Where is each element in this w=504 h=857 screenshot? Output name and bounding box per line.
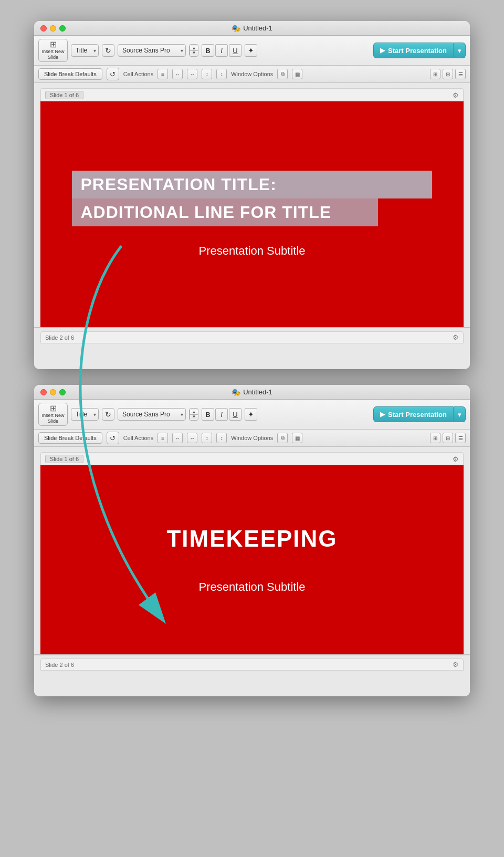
presentation-window-2: 🎭 Untitled-1 ⊞ Insert NewSlide Title ↻ bbox=[34, 385, 470, 696]
cell-action-3-2[interactable]: ↔ bbox=[187, 433, 197, 443]
app-icon-1: 🎭 bbox=[232, 24, 240, 33]
window-option-1[interactable]: ⧉ bbox=[277, 69, 288, 79]
presentation-window-1: 🎭 Untitled-1 ⊞ Insert NewSlide Title bbox=[34, 21, 470, 369]
start-presentation-button-2[interactable]: ▶ Start Presentation bbox=[373, 406, 454, 422]
minimize-button[interactable] bbox=[50, 25, 56, 32]
refresh-icon-btn-2[interactable]: ↻ bbox=[102, 408, 114, 421]
start-presentation-group-2: ▶ Start Presentation ▾ bbox=[373, 406, 466, 422]
partial-slide-2-number: Slide 2 of 6 bbox=[45, 335, 74, 341]
insert-new-slide-label-2: Insert NewSlide bbox=[41, 413, 64, 424]
italic-button-2[interactable]: I bbox=[215, 408, 228, 421]
font-size-stepper-2: ▲ ▼ bbox=[189, 408, 198, 421]
slide-1-settings-icon[interactable]: ⚙ bbox=[453, 91, 459, 99]
font-size-down[interactable]: ▼ bbox=[190, 51, 198, 55]
format-buttons: B I U bbox=[202, 44, 242, 57]
layout-dropdown-wrapper: Title bbox=[71, 44, 99, 57]
window-2-container: 🎭 Untitled-1 ⊞ Insert NewSlide Title ↻ bbox=[34, 385, 470, 696]
title-bar-2: 🎭 Untitled-1 bbox=[34, 385, 470, 400]
font-dropdown-wrapper-2: Source Sans Pro bbox=[118, 408, 186, 421]
slide-1-title-line1: PRESENTATION TITLE: bbox=[72, 171, 432, 198]
bold-button-2[interactable]: B bbox=[202, 408, 214, 421]
refresh-icon-btn[interactable]: ↻ bbox=[102, 44, 114, 57]
grid-icon-btn-2[interactable]: ⊟ bbox=[443, 433, 453, 443]
partial-slide-3-settings-icon[interactable]: ⚙ bbox=[453, 661, 459, 668]
partial-slide-3-number: Slide 2 of 6 bbox=[45, 662, 74, 668]
close-button-2[interactable] bbox=[40, 389, 47, 395]
clear-formatting-button-2[interactable]: ✦ bbox=[245, 408, 257, 421]
cell-action-5[interactable]: ↕ bbox=[216, 69, 227, 79]
close-button[interactable] bbox=[40, 25, 47, 32]
toolbar-2: ⊞ Insert NewSlide Title ↻ Source Sans Pr… bbox=[34, 400, 470, 430]
cell-action-4-2[interactable]: ↕ bbox=[202, 433, 212, 443]
start-presentation-label: Start Presentation bbox=[388, 47, 447, 55]
chevron-down-icon-2: ▾ bbox=[458, 411, 461, 419]
toolbar-row2-2: Slide Break Defaults ↺ Cell Actions ≡ ↔ … bbox=[34, 430, 470, 447]
underline-button[interactable]: U bbox=[229, 44, 242, 57]
italic-button[interactable]: I bbox=[215, 44, 228, 57]
table-icon-btn[interactable]: ⊞ bbox=[430, 69, 440, 79]
window-option-2[interactable]: ▦ bbox=[292, 69, 302, 79]
slide-break-defaults-button[interactable]: Slide Break Defaults bbox=[38, 68, 102, 80]
maximize-button-2[interactable] bbox=[59, 389, 66, 395]
maximize-button[interactable] bbox=[59, 25, 66, 32]
cell-action-2-2[interactable]: ↔ bbox=[172, 433, 183, 443]
cell-actions-label: Cell Actions bbox=[123, 71, 153, 77]
slide-1-header: Slide 1 of 6 ⚙ bbox=[40, 88, 464, 101]
cell-action-3[interactable]: ↔ bbox=[187, 69, 197, 79]
partial-slide-2-settings-icon[interactable]: ⚙ bbox=[453, 333, 459, 341]
plus-icon-2: ⊞ bbox=[50, 404, 57, 413]
underline-button-2[interactable]: U bbox=[229, 408, 242, 421]
undo-button[interactable]: ↺ bbox=[107, 68, 119, 80]
slide-2-canvas[interactable]: TIMEKEEPING Presentation Subtitle bbox=[40, 465, 464, 654]
window-options-label: Window Options bbox=[231, 71, 273, 77]
cell-action-1[interactable]: ≡ bbox=[158, 69, 168, 79]
list-icon-btn-2[interactable]: ☰ bbox=[455, 433, 466, 443]
slide-area-2: Slide 1 of 6 ⚙ TIMEKEEPING Presentation … bbox=[34, 447, 470, 654]
traffic-lights-2 bbox=[40, 389, 66, 395]
partial-slide-3-header: Slide 2 of 6 ⚙ bbox=[40, 659, 464, 671]
traffic-lights-1 bbox=[40, 25, 66, 32]
minimize-button-2[interactable] bbox=[50, 389, 56, 395]
start-presentation-label-2: Start Presentation bbox=[388, 411, 447, 419]
window-option-2-2[interactable]: ▦ bbox=[292, 433, 302, 443]
font-size-up-down-2: ▲ ▼ bbox=[190, 410, 198, 419]
insert-new-slide-button[interactable]: ⊞ Insert NewSlide bbox=[38, 39, 68, 62]
list-icon-btn[interactable]: ☰ bbox=[455, 69, 466, 79]
window-title-1: 🎭 Untitled-1 bbox=[232, 24, 272, 33]
cell-action-5-2[interactable]: ↕ bbox=[216, 433, 227, 443]
grid-icon-btn[interactable]: ⊟ bbox=[443, 69, 453, 79]
slide-1-number: Slide 1 of 6 bbox=[45, 91, 83, 99]
slide-2-settings-icon[interactable]: ⚙ bbox=[453, 455, 459, 463]
plus-icon: ⊞ bbox=[50, 40, 57, 49]
slide-break-defaults-label: Slide Break Defaults bbox=[44, 71, 97, 77]
start-presentation-group: ▶ Start Presentation ▾ bbox=[373, 43, 466, 58]
slide-1-canvas[interactable]: PRESENTATION TITLE: ADDITIONAL LINE FOR … bbox=[40, 101, 464, 327]
cell-action-4[interactable]: ↕ bbox=[202, 69, 212, 79]
slide-2-header: Slide 1 of 6 ⚙ bbox=[40, 452, 464, 465]
table-icon-btn-2[interactable]: ⊞ bbox=[430, 433, 440, 443]
window-option-1-2[interactable]: ⧉ bbox=[277, 433, 288, 443]
start-presentation-button[interactable]: ▶ Start Presentation bbox=[373, 43, 454, 58]
start-presentation-dropdown-button-2[interactable]: ▾ bbox=[454, 406, 466, 422]
title-bar-1: 🎭 Untitled-1 bbox=[34, 21, 470, 36]
bold-button[interactable]: B bbox=[202, 44, 214, 57]
font-dropdown[interactable]: Source Sans Pro bbox=[118, 44, 186, 57]
font-dropdown-2[interactable]: Source Sans Pro bbox=[118, 408, 186, 421]
clear-formatting-button[interactable]: ✦ bbox=[245, 44, 257, 57]
start-presentation-dropdown-button[interactable]: ▾ bbox=[454, 43, 466, 58]
insert-new-slide-label: Insert NewSlide bbox=[41, 49, 64, 60]
font-size-down-2[interactable]: ▼ bbox=[190, 415, 198, 419]
layout-dropdown-2[interactable]: Title bbox=[71, 408, 99, 421]
font-size-stepper: ▲ ▼ bbox=[189, 44, 198, 57]
timekeeping-title: TIMEKEEPING bbox=[166, 526, 337, 552]
play-icon-2: ▶ bbox=[380, 411, 385, 418]
partial-slide-2: Slide 2 of 6 ⚙ bbox=[34, 327, 470, 369]
layout-dropdown-wrapper-2: Title bbox=[71, 408, 99, 421]
cell-action-1-2[interactable]: ≡ bbox=[158, 433, 168, 443]
cell-action-2[interactable]: ↔ bbox=[172, 69, 183, 79]
insert-new-slide-button-2[interactable]: ⊞ Insert NewSlide bbox=[38, 403, 68, 426]
undo-button-2[interactable]: ↺ bbox=[107, 432, 119, 444]
layout-dropdown[interactable]: Title bbox=[71, 44, 99, 57]
slide-break-defaults-button-2[interactable]: Slide Break Defaults bbox=[38, 432, 102, 444]
window-1: 🎭 Untitled-1 ⊞ Insert NewSlide Title bbox=[34, 21, 470, 369]
